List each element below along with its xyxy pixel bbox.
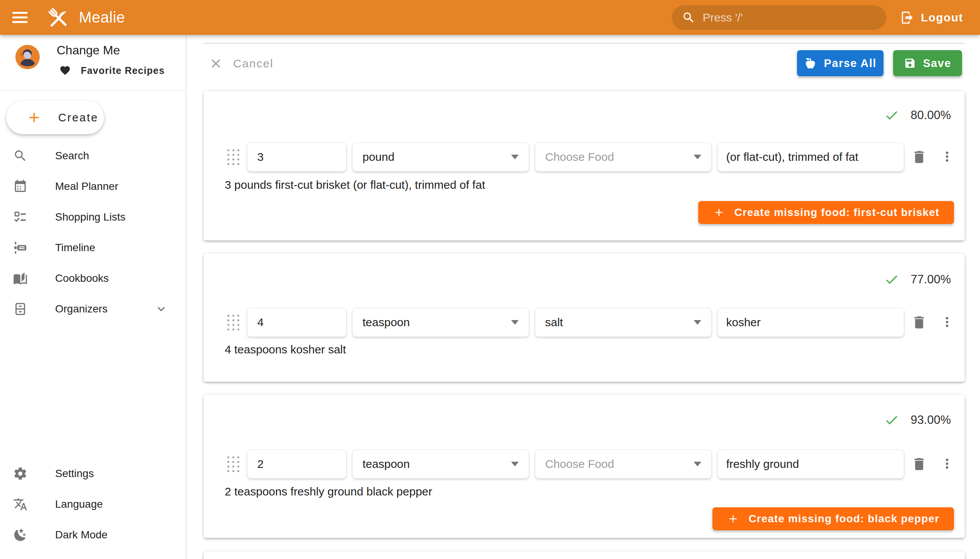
create-missing-food-button[interactable]: Create missing food: first-cut brisket [698,201,954,224]
confidence-indicator: 80.00% [884,108,951,123]
kebab-menu-icon[interactable] [939,456,955,471]
confidence-value: 77.00% [911,273,951,286]
original-ingredient-text: 2 teaspoons freshly ground black pepper [225,485,432,498]
save-button[interactable]: Save [893,50,962,76]
drag-handle-icon[interactable] [227,149,240,165]
confidence-indicator: 93.00% [884,412,951,428]
user-section[interactable]: Change Me Favorite Recipes [0,35,186,90]
create-missing-food-button[interactable]: Create missing food: black pepper [712,507,954,530]
original-ingredient-text: 3 pounds first-cut brisket (or flat-cut)… [225,179,485,192]
sidebar-item-search[interactable]: Search [0,141,186,171]
unit-select[interactable]: pound [352,142,529,172]
check-icon [884,272,899,287]
sidebar-item-language[interactable]: Language [0,489,186,519]
food-select[interactable]: Choose Food [535,142,712,172]
favorite-recipes-link[interactable]: Favorite Recipes [59,65,165,76]
app-brand[interactable]: Mealie [46,5,125,30]
check-icon [884,412,899,428]
kebab-menu-icon[interactable] [939,314,955,330]
confidence-value: 80.00% [911,108,951,122]
drag-handle-icon[interactable] [227,456,240,472]
translate-icon [13,497,28,511]
close-icon [209,56,223,71]
sidebar-item-cookbooks[interactable]: Cookbooks [0,263,186,294]
sidebar: Change Me Favorite Recipes Create Search… [0,35,187,559]
book-open-icon [13,271,28,286]
menu-icon[interactable] [12,9,28,26]
search-icon [682,11,696,25]
main-content: Cancel Parse All Save 80.00% pound Choos… [187,35,980,559]
search-placeholder: Press '/' [702,11,743,24]
save-icon [904,57,916,69]
sidebar-divider [0,90,186,91]
checklist-icon [13,210,28,224]
plus-icon [26,109,42,126]
app-header: Mealie Press '/' Logout [0,0,980,35]
food-select[interactable]: salt [535,308,712,337]
dropdown-arrow-icon [511,320,519,325]
dropdown-arrow-icon [694,320,701,325]
sidebar-item-meal-planner[interactable]: Meal Planner [0,171,186,202]
create-button[interactable]: Create [6,101,104,134]
apple-icon [804,57,817,70]
trash-icon[interactable] [911,314,927,331]
logout-icon [900,10,914,25]
silverware-logo-icon [46,5,70,30]
heart-icon [59,65,71,76]
original-ingredient-text: 4 teaspoons kosher salt [225,343,346,356]
ingredient-card-3: 93.00% teaspoon Choose Food 2 teaspoons … [204,395,965,538]
unit-select[interactable]: teaspoon [352,450,529,479]
avatar [15,45,40,69]
app-title: Mealie [79,9,125,26]
confidence-value: 93.00% [911,413,951,427]
user-name: Change Me [57,43,120,58]
ingredient-card-2: 77.00% teaspoon salt 4 teaspoons kosher … [204,253,965,382]
drag-handle-icon[interactable] [227,315,240,331]
trash-icon[interactable] [911,149,927,165]
sidebar-item-dark-mode[interactable]: Dark Mode [0,519,186,550]
sidebar-item-settings[interactable]: Settings [0,458,186,489]
dropdown-arrow-icon [694,155,701,159]
sidebar-item-timeline[interactable]: Timeline [0,232,186,263]
quantity-input[interactable] [247,142,347,172]
unit-select[interactable]: teaspoon [352,308,529,337]
section-divider [204,43,965,44]
chevron-down-icon[interactable] [154,302,169,316]
quantity-input[interactable] [247,308,347,337]
note-input[interactable] [717,142,904,172]
confidence-indicator: 77.00% [884,272,951,287]
plus-icon [713,207,725,218]
kebab-menu-icon[interactable] [939,149,955,164]
quantity-input[interactable] [247,450,347,479]
note-input[interactable] [717,450,904,479]
gear-icon [13,466,28,481]
food-select[interactable]: Choose Food [535,450,712,479]
sidebar-item-organizers[interactable]: Organizers [0,294,186,324]
global-search-input[interactable]: Press '/' [672,5,886,30]
ingredient-card-1: 80.00% pound Choose Food 3 pounds first-… [204,91,965,240]
logout-button[interactable]: Logout [900,10,963,25]
dropdown-arrow-icon [694,462,701,466]
plus-icon [727,513,739,525]
timeline-icon [13,240,28,255]
sidebar-item-shopping-lists[interactable]: Shopping Lists [0,202,186,232]
moon-stars-icon [13,528,28,542]
dropdown-arrow-icon [511,462,519,466]
parse-all-button[interactable]: Parse All [797,50,884,76]
cancel-button[interactable]: Cancel [209,52,273,75]
drawer-icon [13,302,28,316]
calendar-icon [13,179,28,194]
trash-icon[interactable] [911,456,927,472]
ingredient-card-4-partial [204,551,965,559]
dropdown-arrow-icon [511,155,519,159]
note-input[interactable] [717,308,904,337]
search-icon [13,149,28,163]
check-icon [884,108,899,123]
